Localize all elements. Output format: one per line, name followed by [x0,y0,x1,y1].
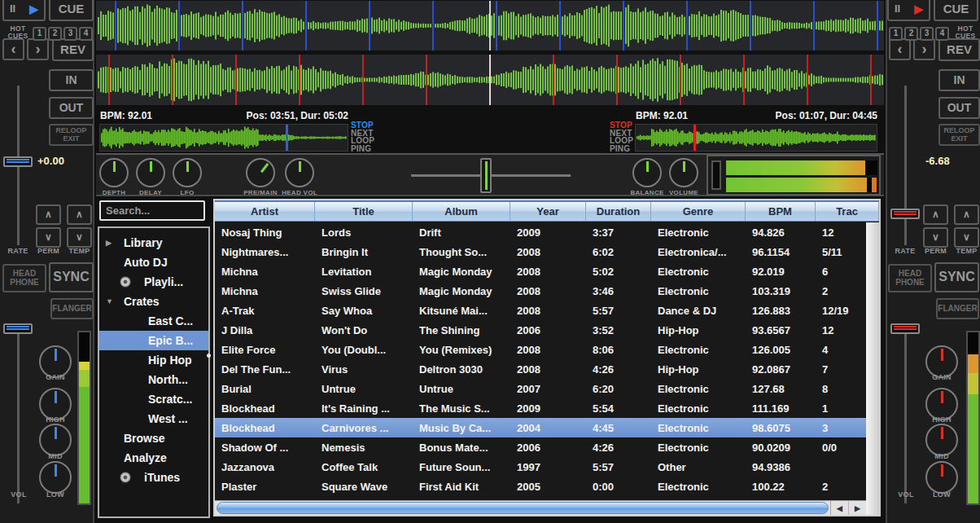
prev-button[interactable]: ‹ [2,38,24,60]
sidebar-item-north[interactable]: North... [99,370,208,389]
table-row[interactable]: J DillaWon't DoThe Shining20063:52Hip-Ho… [215,320,866,340]
temp-up-button[interactable]: ∧ [67,204,92,225]
hotcue-button-2[interactable]: 2 [904,27,918,41]
hotcue-button-2[interactable]: 2 [48,27,62,41]
volume-knob[interactable] [669,158,698,187]
cue-button[interactable]: CUE [49,0,94,21]
horizontal-scrollbar-thumb[interactable] [217,502,829,514]
table-row[interactable]: Del The Fun...VirusDeltron 303020084:26H… [215,359,866,379]
table-row[interactable]: PlasterSquare WaveFirst Aid Kit20050:00E… [215,477,866,496]
scroll-left-icon[interactable]: ◀ [831,501,848,515]
sync-button[interactable]: SYNC [49,262,94,292]
sidebar-item-auto-dj[interactable]: Auto DJ [99,253,208,272]
crossfader-handle[interactable] [480,158,492,193]
column-header-bpm[interactable]: BPM [746,202,816,221]
table-row[interactable]: MichnaLevitationMagic Monday20085:02Elec… [215,262,866,281]
loop-out-button[interactable]: OUT [49,97,94,119]
waveform-deck-right[interactable] [96,55,884,105]
depth-knob[interactable] [99,158,129,187]
next-button[interactable]: › [27,38,49,60]
pause-icon[interactable]: II [895,3,900,15]
balance-knob[interactable] [632,158,662,187]
lfo-knob[interactable] [173,158,202,187]
horizontal-scrollbar[interactable]: ◀ ▶ [215,500,866,515]
volume-slider-track[interactable] [904,330,907,503]
mid-knob[interactable] [925,424,958,456]
perm-down-button[interactable]: ∨ [36,227,61,248]
next-button[interactable]: › [913,38,935,60]
headphone-button[interactable]: HEADPHONE [888,264,932,292]
table-row[interactable]: BlockheadCarnivores ...Music By Ca...200… [215,418,866,437]
stop-mode-block-right[interactable]: STOPNEXTLOOPPING [610,121,633,152]
table-row[interactable]: JazzanovaCoffee TalkFuture Soun...19975:… [215,457,866,477]
prev-button[interactable]: ‹ [889,38,911,60]
sidebar-item-east-c[interactable]: East C... [99,311,208,331]
low-knob[interactable] [925,461,958,494]
headvol-knob[interactable] [285,158,314,187]
rate-slider-handle[interactable] [3,156,33,167]
reloop-exit-button[interactable]: RELOOPEXIT [938,124,980,146]
sidebar-item-playli[interactable]: Playli... [99,272,208,292]
sidebar-item-west[interactable]: West ... [99,409,208,429]
sidebar-item-crates[interactable]: ▼Crates [99,292,208,311]
reverse-button[interactable]: REV [938,38,980,61]
table-row[interactable]: Shadow Of ...NemesisBonus Mate...20064:2… [215,437,866,457]
flanger-button[interactable]: FLANGER [936,298,979,319]
volume-slider-handle[interactable] [3,323,33,334]
hotcue-button-4[interactable]: 4 [79,27,93,41]
temp-up-button[interactable]: ∧ [954,204,979,225]
loop-out-button[interactable]: OUT [938,97,980,119]
column-header-artist[interactable]: Artist [215,202,315,221]
delay-knob[interactable] [136,158,165,187]
vertical-scrollbar[interactable] [866,222,879,515]
temp-down-button[interactable]: ∨ [67,227,92,248]
sidebar-item-library[interactable]: ▶Library [99,233,208,253]
flanger-button[interactable]: FLANGER [50,298,94,319]
premain-knob[interactable] [246,158,275,187]
overview-waveform-right[interactable] [635,124,877,152]
scroll-right-icon[interactable]: ▶ [848,501,866,515]
column-header-album[interactable]: Album [413,202,510,221]
low-knob[interactable] [39,461,72,494]
table-row[interactable]: Nightmares...Bringin ItThought So...2008… [215,242,866,262]
table-row[interactable]: A-TrakSay WhoaKitsuné Mai...20085:57Danc… [215,301,866,320]
play-icon[interactable]: ▶ [29,3,38,15]
overview-waveform-left[interactable] [99,124,348,152]
table-row[interactable]: BurialUntrueUntrue20076:20Electronic127.… [215,379,866,398]
rate-slider-handle[interactable] [890,209,920,219]
sidebar-item-itunes[interactable]: iTunes [99,468,208,487]
sidebar-item-epic-b[interactable]: Epic B... [99,331,208,350]
table-row[interactable]: MichnaSwiss GlideMagic Monday20083:46Ele… [215,281,866,301]
loop-in-button[interactable]: IN [49,69,94,91]
table-row[interactable]: Elite ForceYou (Doubl...You (Remixes)200… [215,340,866,359]
sidebar-item-scratc[interactable]: Scratc... [99,389,208,409]
hotcue-button-1[interactable]: 1 [33,27,46,41]
column-header-year[interactable]: Year [510,202,586,221]
table-row[interactable]: Nosaj ThingLordsDrift20093:37Electronic9… [215,222,866,242]
table-row[interactable]: BlockheadIt's Raining ...The Music S...2… [215,398,866,418]
column-header-trac[interactable]: Trac [816,202,879,221]
mid-knob[interactable] [39,424,72,456]
hotcue-button-3[interactable]: 3 [63,27,77,41]
pause-icon[interactable]: II [10,3,15,15]
sync-button[interactable]: SYNC [934,262,979,292]
reloop-exit-button[interactable]: RELOOPEXIT [49,124,94,146]
perm-down-button[interactable]: ∨ [923,227,948,248]
search-input[interactable] [99,200,205,221]
loop-in-button[interactable]: IN [938,69,980,91]
column-header-genre[interactable]: Genre [651,202,746,221]
sidebar-item-browse[interactable]: Browse [99,429,208,448]
hotcue-button-3[interactable]: 3 [920,27,934,41]
hotcue-button-4[interactable]: 4 [935,27,949,41]
rate-slider-track[interactable] [904,86,907,245]
sidebar-item-analyze[interactable]: Analyze [99,448,208,468]
volume-slider-track[interactable] [17,330,20,503]
temp-down-button[interactable]: ∨ [954,227,979,248]
waveform-deck-left[interactable] [96,1,884,51]
volume-slider-handle[interactable] [890,323,920,334]
perm-up-button[interactable]: ∧ [923,204,948,225]
column-header-title[interactable]: Title [315,202,413,221]
cue-button[interactable]: CUE [934,0,978,21]
sidebar-scroll-dot[interactable] [207,354,211,358]
sidebar-item-hip-hop[interactable]: Hip Hop [99,350,208,370]
